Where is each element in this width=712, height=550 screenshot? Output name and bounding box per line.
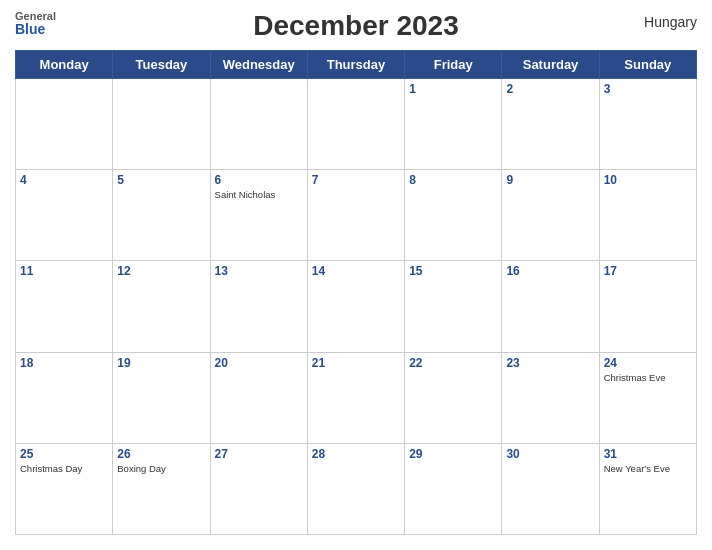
day-cell: 4 — [16, 170, 113, 261]
day-cell: 11 — [16, 261, 113, 352]
day-number: 18 — [20, 356, 108, 370]
day-cell: 25Christmas Day — [16, 443, 113, 534]
header-wednesday: Wednesday — [210, 51, 307, 79]
day-number: 25 — [20, 447, 108, 461]
day-cell: 9 — [502, 170, 599, 261]
week-row-1: 123 — [16, 79, 697, 170]
week-row-3: 11121314151617 — [16, 261, 697, 352]
day-event: Saint Nicholas — [215, 189, 303, 201]
day-number: 12 — [117, 264, 205, 278]
day-cell: 22 — [405, 352, 502, 443]
day-number: 11 — [20, 264, 108, 278]
day-cell: 3 — [599, 79, 696, 170]
day-number: 2 — [506, 82, 594, 96]
day-cell: 18 — [16, 352, 113, 443]
day-number: 5 — [117, 173, 205, 187]
day-cell: 12 — [113, 261, 210, 352]
day-event: Christmas Eve — [604, 372, 692, 384]
day-event: Christmas Day — [20, 463, 108, 475]
day-number: 20 — [215, 356, 303, 370]
week-row-4: 18192021222324Christmas Eve — [16, 352, 697, 443]
day-number: 7 — [312, 173, 400, 187]
day-number: 21 — [312, 356, 400, 370]
day-number: 15 — [409, 264, 497, 278]
day-number: 17 — [604, 264, 692, 278]
header-friday: Friday — [405, 51, 502, 79]
day-number: 26 — [117, 447, 205, 461]
day-number: 19 — [117, 356, 205, 370]
day-number: 3 — [604, 82, 692, 96]
day-cell: 19 — [113, 352, 210, 443]
day-number: 31 — [604, 447, 692, 461]
day-number: 23 — [506, 356, 594, 370]
day-cell: 17 — [599, 261, 696, 352]
day-event: New Year's Eve — [604, 463, 692, 475]
calendar-header: General Blue December 2023 Hungary — [15, 10, 697, 42]
calendar-title: December 2023 — [253, 10, 458, 42]
day-cell: 15 — [405, 261, 502, 352]
day-cell: 13 — [210, 261, 307, 352]
day-cell: 29 — [405, 443, 502, 534]
country-label: Hungary — [644, 14, 697, 30]
calendar-wrapper: General Blue December 2023 Hungary Monda… — [0, 0, 712, 550]
day-cell: 30 — [502, 443, 599, 534]
day-cell: 7 — [307, 170, 404, 261]
day-number: 22 — [409, 356, 497, 370]
day-number: 30 — [506, 447, 594, 461]
day-cell: 27 — [210, 443, 307, 534]
day-number: 24 — [604, 356, 692, 370]
week-row-2: 456Saint Nicholas78910 — [16, 170, 697, 261]
weekday-header-row: Monday Tuesday Wednesday Thursday Friday… — [16, 51, 697, 79]
day-number: 27 — [215, 447, 303, 461]
day-number: 28 — [312, 447, 400, 461]
day-cell: 2 — [502, 79, 599, 170]
header-tuesday: Tuesday — [113, 51, 210, 79]
day-cell: 5 — [113, 170, 210, 261]
day-number: 29 — [409, 447, 497, 461]
day-cell: 23 — [502, 352, 599, 443]
header-sunday: Sunday — [599, 51, 696, 79]
day-cell: 28 — [307, 443, 404, 534]
header-thursday: Thursday — [307, 51, 404, 79]
day-cell: 14 — [307, 261, 404, 352]
day-cell: 20 — [210, 352, 307, 443]
day-cell: 10 — [599, 170, 696, 261]
logo-blue: Blue — [15, 22, 45, 37]
header-saturday: Saturday — [502, 51, 599, 79]
day-number: 9 — [506, 173, 594, 187]
day-cell: 16 — [502, 261, 599, 352]
day-cell: 21 — [307, 352, 404, 443]
calendar-table: Monday Tuesday Wednesday Thursday Friday… — [15, 50, 697, 535]
day-number: 16 — [506, 264, 594, 278]
day-number: 13 — [215, 264, 303, 278]
day-cell: 1 — [405, 79, 502, 170]
day-number: 10 — [604, 173, 692, 187]
day-number: 8 — [409, 173, 497, 187]
day-number: 6 — [215, 173, 303, 187]
week-row-5: 25Christmas Day26Boxing Day2728293031New… — [16, 443, 697, 534]
day-event: Boxing Day — [117, 463, 205, 475]
day-cell — [307, 79, 404, 170]
day-cell — [16, 79, 113, 170]
day-cell: 26Boxing Day — [113, 443, 210, 534]
day-number: 14 — [312, 264, 400, 278]
day-cell — [113, 79, 210, 170]
day-cell: 8 — [405, 170, 502, 261]
day-cell: 31New Year's Eve — [599, 443, 696, 534]
logo: General Blue — [15, 10, 56, 37]
day-cell: 6Saint Nicholas — [210, 170, 307, 261]
day-cell — [210, 79, 307, 170]
day-number: 1 — [409, 82, 497, 96]
day-cell: 24Christmas Eve — [599, 352, 696, 443]
day-number: 4 — [20, 173, 108, 187]
header-monday: Monday — [16, 51, 113, 79]
